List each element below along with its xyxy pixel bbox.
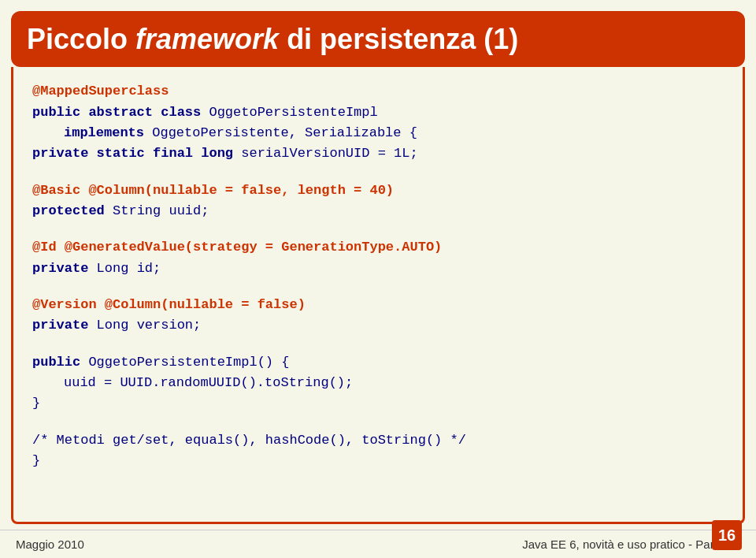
code-line-2: public abstract class OggetoPersistenteI… [32, 102, 724, 123]
code-line-6: protected String uuid; [32, 201, 724, 221]
code-line-1: @MappedSuperclass [32, 81, 724, 102]
code-blank-4 [32, 337, 724, 352]
code-line-5: @Basic @Column(nullable = false, length … [32, 180, 724, 201]
code-line-9: @Version @Column(nullable = false) [32, 295, 724, 315]
slide-title: Piccolo framework di persistenza (1) [27, 22, 729, 56]
footer-subtitle: Java EE 6, novità e uso pratico - Parte … [522, 538, 740, 551]
code-block: @MappedSuperclass public abstract class … [32, 81, 724, 471]
page-number: 16 [712, 520, 742, 550]
code-line-7: @Id @GeneratedValue(strategy = Generatio… [32, 237, 724, 258]
main-content: @MappedSuperclass public abstract class … [11, 67, 745, 524]
header: Piccolo framework di persistenza (1) [0, 11, 756, 67]
code-blank-5 [32, 415, 724, 430]
code-line-14: /* Metodi get/set, equals(), hashCode(),… [32, 430, 724, 451]
code-line-10: private Long version; [32, 315, 724, 336]
code-line-15: } [32, 451, 724, 471]
code-line-13: } [32, 393, 724, 414]
code-blank-1 [32, 165, 724, 180]
footer-date: Maggio 2010 [16, 538, 84, 551]
code-line-3: implements OggetoPersistente, Serializab… [32, 123, 724, 143]
code-line-11: public OggetoPersistenteImpl() { [32, 352, 724, 373]
code-blank-3 [32, 279, 724, 295]
code-line-8: private Long id; [32, 259, 724, 279]
code-blank-2 [32, 221, 724, 237]
footer: Maggio 2010 Java EE 6, novità e uso prat… [0, 530, 756, 558]
code-line-12: uuid = UUID.randomUUID().toString(); [32, 373, 724, 393]
code-line-4: private static final long serialVersionU… [32, 143, 724, 164]
